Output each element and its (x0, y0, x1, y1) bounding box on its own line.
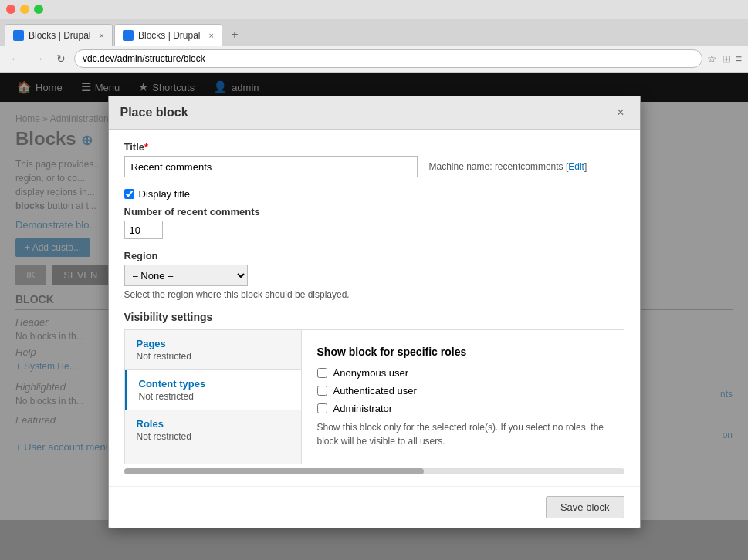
visibility-sidebar: Pages Not restricted Content types Not r… (124, 329, 302, 464)
scroll-bar[interactable] (124, 468, 624, 474)
region-select[interactable]: – None – Header Help Highlighted Feature… (124, 265, 248, 286)
role-anonymous-checkbox[interactable] (317, 368, 327, 378)
role-item-anonymous: Anonymous user (317, 367, 608, 379)
tab-1[interactable]: Blocks | Drupal × (114, 24, 222, 46)
window-controls (0, 0, 748, 19)
tab-label-0: Blocks | Drupal (29, 30, 90, 41)
machine-name-display: Machine name: recentcomments [Edit] (429, 161, 587, 172)
back-button[interactable]: ← (6, 51, 25, 66)
role-administrator-checkbox[interactable] (317, 403, 327, 413)
role-item-administrator: Administrator (317, 403, 608, 414)
region-field-group: Region – None – Header Help Highlighted … (124, 250, 624, 300)
roles-tab-desc: Not restricted (137, 431, 289, 442)
title-input[interactable] (124, 156, 418, 177)
title-label: Title* (124, 141, 624, 153)
url-input[interactable] (74, 49, 702, 68)
roles-description: Show this block only for the selected ro… (317, 420, 608, 448)
visibility-tab-roles[interactable]: Roles Not restricted (125, 410, 301, 450)
bookmark-icon[interactable]: ☆ (707, 52, 717, 65)
minimize-window-button[interactable] (20, 5, 29, 14)
role-administrator-label: Administrator (333, 403, 393, 414)
title-field-group: Title* Machine name: recentcomments [Edi… (124, 141, 624, 177)
region-help-text: Select the region where this block shoul… (124, 289, 624, 300)
role-anonymous-label: Anonymous user (333, 367, 409, 379)
close-window-button[interactable] (6, 5, 15, 14)
forward-button[interactable]: → (29, 51, 48, 66)
reload-button[interactable]: ↻ (52, 51, 69, 66)
tab-bar: Blocks | Drupal × Blocks | Drupal × + (0, 19, 748, 46)
pages-tab-desc: Not restricted (137, 351, 289, 362)
edit-machine-name-link[interactable]: Edit (568, 161, 584, 172)
roles-panel-title: Show block for specific roles (317, 346, 608, 358)
modal-footer: Save block (109, 486, 640, 528)
maximize-window-button[interactable] (34, 5, 43, 14)
tab-0[interactable]: Blocks | Drupal × (5, 24, 113, 46)
content-types-tab-desc: Not restricted (139, 391, 289, 402)
address-bar: ← → ↻ ☆ ⊞ ≡ (0, 46, 748, 73)
number-field-group: Number of recent comments (124, 206, 624, 239)
tab-label-1: Blocks | Drupal (138, 30, 200, 41)
visibility-tab-pages[interactable]: Pages Not restricted (125, 330, 301, 370)
visibility-title: Visibility settings (124, 311, 624, 323)
display-title-checkbox[interactable] (124, 189, 134, 199)
roles-tab-label: Roles (137, 418, 289, 430)
region-label: Region (124, 250, 624, 261)
save-block-button[interactable]: Save block (546, 496, 624, 518)
content-types-tab-label: Content types (139, 378, 289, 390)
role-item-authenticated: Authenticated user (317, 385, 608, 396)
required-marker: * (144, 141, 148, 153)
menu-icon[interactable]: ≡ (736, 52, 742, 65)
scroll-thumb (124, 468, 425, 474)
modal-close-button[interactable]: × (613, 104, 628, 121)
new-tab-button[interactable]: + (224, 24, 245, 46)
tab-close-0[interactable]: × (100, 31, 104, 40)
role-authenticated-label: Authenticated user (333, 385, 417, 396)
number-label: Number of recent comments (124, 206, 624, 218)
place-block-modal: Place block × Title* Machine name: recen… (108, 96, 641, 528)
modal-header: Place block × (109, 96, 640, 130)
display-title-label: Display title (139, 188, 190, 200)
extensions-icon[interactable]: ⊞ (722, 52, 731, 65)
modal-title: Place block (120, 106, 188, 120)
tab-favicon-1 (123, 30, 134, 41)
display-title-row: Display title (124, 188, 624, 200)
tab-close-1[interactable]: × (209, 31, 214, 40)
title-row: Machine name: recentcomments [Edit] (124, 156, 624, 177)
address-bar-icons: ☆ ⊞ ≡ (707, 52, 742, 65)
tab-favicon-0 (13, 30, 24, 41)
visibility-tabs-container: Pages Not restricted Content types Not r… (124, 329, 624, 464)
role-authenticated-checkbox[interactable] (317, 386, 327, 396)
visibility-section: Visibility settings Pages Not restricted… (124, 311, 624, 474)
visibility-content-panel: Show block for specific roles Anonymous … (302, 329, 624, 464)
modal-body: Title* Machine name: recentcomments [Edi… (109, 130, 640, 486)
number-input[interactable] (124, 221, 163, 239)
visibility-tab-content-types[interactable]: Content types Not restricted (125, 370, 301, 410)
pages-tab-label: Pages (137, 338, 289, 349)
